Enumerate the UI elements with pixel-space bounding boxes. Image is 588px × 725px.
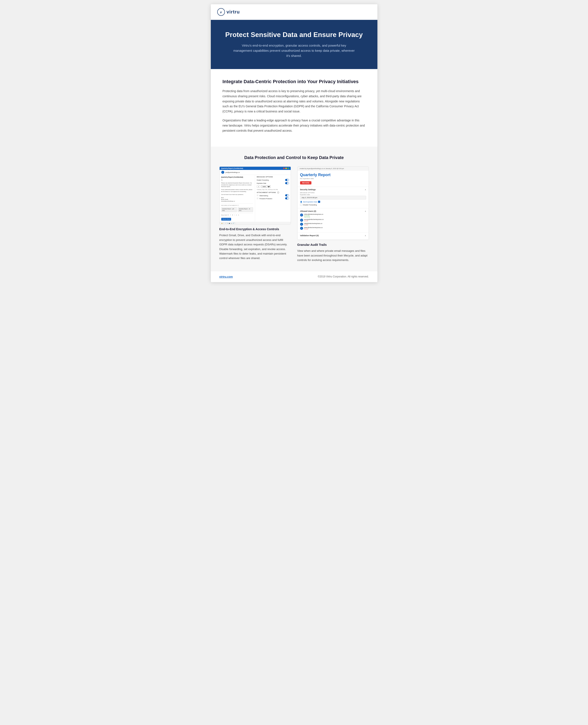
expiration-option: Expiration Date [257, 182, 289, 184]
send-button[interactable]: Secure Send [221, 218, 231, 221]
disable-forwarding-panel-label: Disable Forwarding [303, 204, 317, 206]
disable-forwarding-checkbox[interactable] [300, 204, 302, 206]
close-dot [283, 167, 285, 169]
email-body-line3: Let me know if you have any questions. [221, 194, 253, 195]
user4-info: peter@initechenterprises.co unread [304, 227, 323, 229]
email-bottom-bar: 🔒 A ⚙ 📎 📷 📊 🔗 ⋮ [219, 222, 291, 224]
feature-left-title: End-to-End Encryption & Access Controls [219, 227, 291, 231]
security-chevron-icon[interactable]: ∧ [365, 189, 366, 190]
expiry-number-input[interactable] [257, 185, 260, 188]
add-expiration-icon: 👤 [300, 201, 302, 203]
attachment-options-header: ATTACHMENT OPTIONS i [257, 192, 289, 194]
user4-email: peter@initechenterprises.co [304, 227, 323, 228]
email-body: Quarterly Report (Confidential) Hi, Plea… [219, 175, 291, 222]
disable-forwarding-option: Disable Forwarding [257, 179, 289, 181]
user-row-1: M milton@initechenterprises.co accessed … [300, 214, 366, 218]
sender-email: joe@pointholdings.co [226, 172, 240, 173]
email-toolbar-bottom: Deca Serif ▼ TBI UA Secure Send [221, 213, 253, 221]
feature-right: Granular Audit Trails View when and wher… [297, 243, 369, 262]
persistent-protection-label: Persistent Protection [259, 198, 272, 199]
expiration-label: Expiration Date [257, 183, 266, 184]
allowed-users-section: Allowed Users (2) ∧ M milton@initechente… [297, 208, 369, 233]
user1-email: milton@initechenterprises.co [304, 214, 323, 215]
watermarking-toggle[interactable] [285, 194, 289, 197]
attach-file-1: Quarterly Report - .pdf (limi) [221, 207, 237, 212]
panel-no-expiry: No expiration date [297, 178, 369, 181]
hero-subtitle: Virtru's end-to-end encryption, granular… [232, 43, 356, 58]
feature-left: End-to-End Encryption & Access Controls … [219, 227, 291, 261]
demo-grid: Quarterly Report (Confidential) J joe@po… [219, 166, 369, 262]
expiry-unit-select[interactable]: week day month [261, 185, 271, 188]
info-icon: i [277, 192, 279, 194]
section1-title: Integrate Data-Centric Protection into Y… [223, 79, 366, 85]
user-row-3: S sally@initechenterprises.co unread [300, 223, 366, 226]
expiry-row: week day month [257, 185, 289, 188]
watermarking-label: Watermarking [259, 195, 268, 197]
user3-status: unread [304, 224, 322, 225]
validation-chevron-icon[interactable]: ∧ [365, 235, 366, 237]
msg-options-sub-label: MESSAGE OPTIONS [300, 192, 366, 194]
attach-file-2: Quarterly Report - .xll (limi) [238, 207, 253, 212]
user4-avatar: P [300, 227, 303, 230]
feature-right-text: View when and where private email messag… [297, 248, 369, 262]
window-controls [283, 167, 289, 169]
security-settings-header: Security Settings ∧ [300, 188, 366, 190]
add-expiration-link[interactable]: 👤 Add Expiration Date ✓ [300, 201, 366, 203]
hero-section: Protect Sensitive Data and Ensure Privac… [211, 20, 377, 69]
security-settings-section: Security Settings ∧ MESSAGE OPTIONS Expi… [297, 187, 369, 208]
footer: virtru.com ©2019 Virtru Corporation. All… [211, 271, 377, 282]
section1-para1: Protecting data from unauthorized access… [223, 89, 366, 114]
email-body-line2: If any authorized parties need to review… [221, 189, 253, 193]
logo: v virtru [217, 8, 240, 16]
email-right-panel: MESSAGE OPTIONS Disable Forwarding Expir… [255, 175, 291, 222]
add-expiration-label: Add Expiration Date [303, 201, 317, 203]
email-mockup-container: Quarterly Report (Confidential) J joe@po… [219, 166, 291, 261]
validation-title: Validation Report (0) [300, 235, 319, 237]
email-toolbar-title: Quarterly Report (Confidential) [221, 167, 243, 169]
email-left-panel: Quarterly Report (Confidential) Hi, Plea… [219, 175, 255, 222]
panel-header-bar: created by bryan@pointholdings.co on Jan… [297, 167, 369, 170]
user3-info: sally@initechenterprises.co unread [304, 223, 322, 225]
panel-report-title: Quarterly Report [297, 170, 369, 178]
user1-status2: read email [304, 216, 323, 218]
user1-avatar: M [300, 214, 303, 217]
section1-para2: Organizations that take a leading-edge a… [223, 118, 366, 133]
footer-link[interactable]: virtru.com [219, 275, 233, 278]
footer-copyright: ©2019 Virtru Corporation. All rights res… [318, 275, 369, 278]
disable-forwarding-toggle[interactable] [285, 179, 289, 181]
attach-files: Quarterly Report - .pdf (limi) Quarterly… [221, 207, 253, 212]
security-settings-title: Security Settings [300, 188, 316, 190]
format-toolbar: Deca Serif ▼ TBI UA [221, 214, 253, 216]
user3-avatar: S [300, 223, 303, 226]
user2-email: wendy@initechenterprises.co [304, 219, 324, 220]
attachments-label: SECURED ATTACHMENTS ⓘ [221, 204, 253, 206]
watermarking-icon: Watermarking [257, 195, 268, 197]
feature-left-text: Protect Gmail, Drive, and Outlook with e… [219, 233, 291, 261]
persistent-icon: Persistent Protection [257, 198, 272, 199]
validation-section: Validation Report (0) ∧ [297, 233, 369, 240]
user2-status: unread [304, 220, 324, 221]
panel-mockup-container: created by bryan@pointholdings.co on Jan… [297, 166, 369, 262]
persistent-protection-toggle[interactable] [285, 197, 289, 199]
header: v virtru [211, 4, 377, 20]
demo-title: Data Protection and Control to Keep Data… [219, 155, 369, 160]
allowed-users-chevron-icon[interactable]: ∧ [365, 210, 366, 212]
panel-mockup: created by bryan@pointholdings.co on Jan… [297, 166, 369, 240]
hero-title: Protect Sensitive Data and Ensure Privac… [224, 31, 364, 39]
user4-status: unread [304, 228, 323, 229]
email-subject: Quarterly Report (Confidential) [221, 176, 253, 179]
user1-info: milton@initechenterprises.co accessed re… [304, 214, 323, 218]
email-body-line1: Please see attached Quarterly Report doc… [221, 182, 253, 187]
watermarking-option: Watermarking [257, 194, 289, 197]
expiration-field-label: Expiration date [300, 194, 366, 195]
feature-right-title: Granular Audit Trails [297, 243, 369, 246]
expiration-toggle[interactable] [285, 182, 289, 184]
user3-email: sally@initechenterprises.co [304, 223, 322, 224]
revoke-button[interactable]: REVOKE [300, 181, 312, 184]
add-expiration-checkbox[interactable]: ✓ [318, 201, 320, 203]
allowed-users-title: Allowed Users (2) [300, 210, 316, 212]
page-container: v virtru Protect Sensitive Data and Ensu… [211, 4, 377, 282]
email-signature: Best, Bryan Smith bryan@pointholdings.co [221, 197, 253, 202]
disable-forwarding-label: Disable Forwarding [257, 179, 269, 181]
user-row-2: W wendy@initechenterprises.co unread [300, 219, 366, 222]
